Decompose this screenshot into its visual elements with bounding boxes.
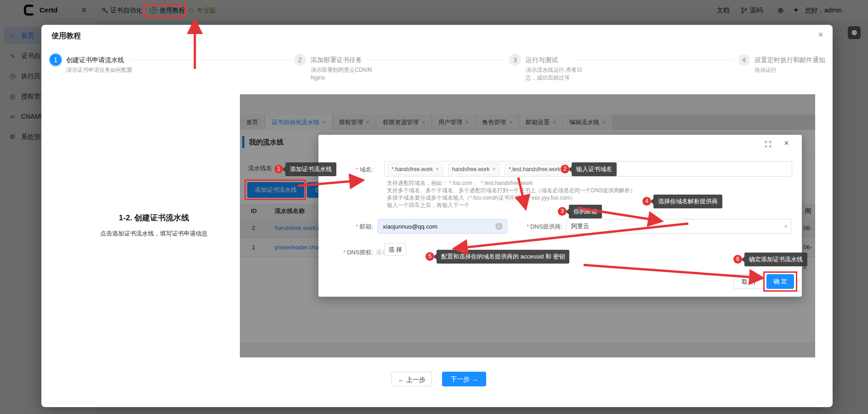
domain-help-line: 输入一个回车之后，再输入下一个 xyxy=(387,201,470,209)
annotation-badge-5: 5 xyxy=(425,252,434,261)
tutorial-step-explanation: 1-2. 创建证书流水线 点击添加证书流水线，填写证书申请信息 xyxy=(69,213,239,238)
dns-auth-select-button[interactable]: 选 择 xyxy=(384,243,406,256)
step-1-circle: 1 xyxy=(50,54,62,66)
step-3-desc: 演示流水线运行,查看日志，成功后跳过等 xyxy=(526,66,590,82)
label-text: 邮箱: xyxy=(359,223,373,230)
annotation-tooltip-5: 配置和选择你的域名提供商的 accessid 和 密钥 xyxy=(437,250,569,264)
tutorial-title: 使用教程 xyxy=(51,31,81,41)
domain-tag: *.handsfree.work× xyxy=(387,163,443,175)
prev-step-button[interactable]: ← 上一步 xyxy=(391,372,432,386)
annotation-tooltip-2: 输入证书域名 xyxy=(572,162,617,176)
annotation-tooltip-1: 添加证书流水线 xyxy=(285,162,336,176)
annotation-badge-6: 6 xyxy=(733,255,742,264)
annotation-badge-3: 3 xyxy=(558,207,567,216)
annotation-tooltip-3: 你的邮箱 xyxy=(569,205,602,218)
label-text: DNS提供商: xyxy=(530,223,562,230)
email-label: *邮箱: xyxy=(333,223,373,231)
step-4-circle: 4 xyxy=(738,54,750,66)
close-all-tabs-button[interactable]: ⊗ xyxy=(848,26,861,39)
dialog-close-icon[interactable]: × xyxy=(784,138,789,148)
dns-auth-label: *DNS授权: xyxy=(330,248,373,257)
step-connector xyxy=(367,60,505,60)
domain-label: *域名: xyxy=(340,166,373,174)
required-mark: * xyxy=(356,223,358,230)
annotation-tooltip-6: 确定添加证书流水线 xyxy=(744,253,807,266)
highlight-box-tutorial-nav xyxy=(143,4,186,17)
cancel-button[interactable]: 取 消 xyxy=(733,274,764,289)
domain-help-line: 支持通配符域名，例如： *.foo.com 、 *.test.handsfree… xyxy=(387,179,533,187)
add-pipeline-dialog xyxy=(318,135,802,297)
step-4-title: 设置定时执行和邮件通知 xyxy=(755,56,825,64)
next-step-button[interactable]: 下一步 → xyxy=(442,372,486,386)
step-3-circle: 3 xyxy=(509,54,521,66)
explanation-desc: 点击添加证书流水线，填写证书申请信息 xyxy=(69,230,239,238)
annotation-badge-4: 4 xyxy=(642,197,651,206)
clear-input-icon[interactable]: × xyxy=(495,223,503,230)
tag-text: *.test.handsfree.work xyxy=(509,166,561,172)
annotation-badge-2: 2 xyxy=(561,165,569,173)
domain-tag: handsfree.work× xyxy=(448,163,500,175)
step-2-circle: 2 xyxy=(294,54,306,66)
chevron-down-icon: ▾ xyxy=(784,219,787,233)
highlight-box-add-button xyxy=(244,179,306,200)
app-root: Certd ≡ 证书自动化 ? 使用教程 ◇ 专业版 文档 源码 ⊕ ✦ 您好，… xyxy=(0,0,868,414)
step-1-title: 创建证书申请流水线 xyxy=(66,56,124,64)
dns-provider-select[interactable]: 阿里云 ▾ xyxy=(566,219,791,234)
step-2-desc: 演示部署到阿里云CDN和Nginx xyxy=(311,66,380,82)
email-field[interactable] xyxy=(378,219,507,234)
label-text: 域名: xyxy=(359,166,373,173)
step-3-title: 运行与测试 xyxy=(526,56,558,64)
domain-help-line: 多级子域名要分成多个域名输入（*.foo.com的证书不能用于xxx.yyy.f… xyxy=(387,194,576,201)
highlight-box-confirm-button xyxy=(763,271,797,292)
annotation-badge-1: 1 xyxy=(274,165,283,173)
required-mark: * xyxy=(527,223,529,230)
label-text: DNS授权: xyxy=(347,249,373,256)
domain-help-line: 支持多个域名、多个子域名、多个通配符域名打到一个证书上（域名必须是在同一个DNS… xyxy=(387,187,635,194)
tag-text: *.handsfree.work xyxy=(391,166,433,172)
annotation-tooltip-4: 选择你域名解析提供商 xyxy=(653,195,722,208)
step-2-title: 添加部署证书任务 xyxy=(311,56,362,64)
tag-remove-icon[interactable]: × xyxy=(436,166,439,172)
dns-provider-label: *DNS提供商: xyxy=(511,223,562,231)
step-connector xyxy=(131,60,289,60)
step-4-desc: 自动运行 xyxy=(755,66,823,74)
tutorial-close-icon[interactable]: × xyxy=(818,29,823,40)
tag-remove-icon[interactable]: × xyxy=(493,166,496,172)
tag-text: handsfree.work xyxy=(452,166,490,172)
fullscreen-icon[interactable] xyxy=(765,141,772,150)
required-mark: * xyxy=(356,166,358,173)
required-mark: * xyxy=(343,249,346,256)
explanation-heading: 1-2. 创建证书流水线 xyxy=(69,213,239,223)
step-connector xyxy=(575,60,733,60)
select-value: 阿里云 xyxy=(567,219,791,233)
step-1-desc: 演示证书申请任务如何配置 xyxy=(66,66,134,74)
